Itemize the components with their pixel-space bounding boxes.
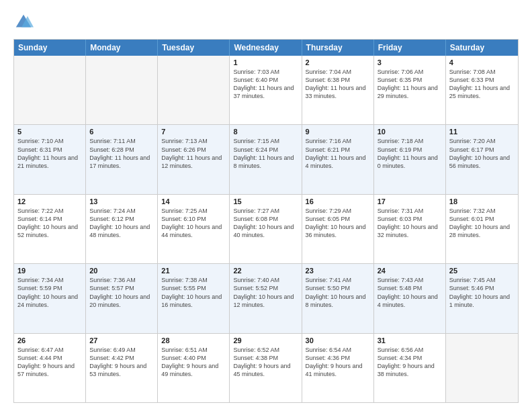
cell-day-number: 29 [233, 336, 298, 345]
cell-day-number: 2 [306, 58, 370, 66]
cell-info: Sunrise: 6:49 AM Sunset: 4:42 PM Dayligh… [89, 346, 154, 379]
header-day-wednesday: Wednesday [230, 40, 302, 56]
cell-info: Sunrise: 7:25 AM Sunset: 6:10 PM Dayligh… [161, 207, 226, 240]
cell-day-number: 23 [306, 267, 370, 275]
cell-day-number: 15 [233, 197, 298, 205]
cell-day-number: 7 [161, 128, 226, 136]
cell-info: Sunrise: 7:43 AM Sunset: 5:48 PM Dayligh… [378, 276, 442, 309]
cell-day-number: 18 [449, 197, 515, 205]
cal-cell-18: 18Sunrise: 7:32 AM Sunset: 6:01 PM Dayli… [446, 195, 518, 263]
cell-day-number: 14 [161, 197, 226, 205]
calendar-header: SundayMondayTuesdayWednesdayThursdayFrid… [14, 40, 518, 56]
calendar-row-1: 1Sunrise: 7:03 AM Sunset: 6:40 PM Daylig… [14, 56, 518, 124]
cal-cell-13: 13Sunrise: 7:24 AM Sunset: 6:12 PM Dayli… [86, 195, 158, 263]
cal-cell-4: 4Sunrise: 7:08 AM Sunset: 6:33 PM Daylig… [446, 56, 518, 124]
cell-day-number: 31 [378, 336, 442, 345]
cal-cell-5: 5Sunrise: 7:10 AM Sunset: 6:31 PM Daylig… [14, 125, 86, 193]
cell-info: Sunrise: 7:16 AM Sunset: 6:21 PM Dayligh… [306, 137, 370, 170]
cal-cell-empty-2 [158, 56, 230, 124]
cell-info: Sunrise: 7:22 AM Sunset: 6:14 PM Dayligh… [17, 207, 82, 240]
cell-info: Sunrise: 7:10 AM Sunset: 6:31 PM Dayligh… [17, 137, 82, 170]
cal-cell-14: 14Sunrise: 7:25 AM Sunset: 6:10 PM Dayli… [158, 195, 230, 263]
cal-cell-20: 20Sunrise: 7:36 AM Sunset: 5:57 PM Dayli… [86, 264, 158, 332]
cal-cell-empty-6 [446, 334, 518, 402]
cell-info: Sunrise: 6:52 AM Sunset: 4:38 PM Dayligh… [233, 346, 298, 379]
calendar: SundayMondayTuesdayWednesdayThursdayFrid… [13, 39, 519, 403]
cell-day-number: 3 [378, 58, 442, 66]
cal-cell-2: 2Sunrise: 7:04 AM Sunset: 6:38 PM Daylig… [302, 56, 374, 124]
cell-info: Sunrise: 7:27 AM Sunset: 6:08 PM Dayligh… [233, 207, 298, 240]
cell-info: Sunrise: 7:08 AM Sunset: 6:33 PM Dayligh… [449, 68, 515, 101]
cal-cell-7: 7Sunrise: 7:13 AM Sunset: 6:26 PM Daylig… [158, 125, 230, 193]
header-day-saturday: Saturday [446, 40, 518, 56]
cell-day-number: 17 [378, 197, 442, 205]
cal-cell-29: 29Sunrise: 6:52 AM Sunset: 4:38 PM Dayli… [230, 334, 302, 402]
calendar-row-4: 19Sunrise: 7:34 AM Sunset: 5:59 PM Dayli… [14, 263, 518, 332]
cell-info: Sunrise: 7:38 AM Sunset: 5:55 PM Dayligh… [161, 276, 226, 309]
cal-cell-6: 6Sunrise: 7:11 AM Sunset: 6:28 PM Daylig… [86, 125, 158, 193]
cell-info: Sunrise: 7:04 AM Sunset: 6:38 PM Dayligh… [306, 68, 370, 101]
cell-info: Sunrise: 6:47 AM Sunset: 4:44 PM Dayligh… [17, 346, 82, 379]
cell-day-number: 10 [378, 128, 442, 136]
cell-day-number: 6 [89, 128, 154, 136]
cal-cell-19: 19Sunrise: 7:34 AM Sunset: 5:59 PM Dayli… [14, 264, 86, 332]
header [13, 12, 519, 32]
cal-cell-25: 25Sunrise: 7:45 AM Sunset: 5:46 PM Dayli… [446, 264, 518, 332]
cell-day-number: 13 [89, 197, 154, 205]
cal-cell-17: 17Sunrise: 7:31 AM Sunset: 6:03 PM Dayli… [374, 195, 446, 263]
header-day-monday: Monday [86, 40, 158, 56]
header-day-friday: Friday [374, 40, 446, 56]
header-day-tuesday: Tuesday [158, 40, 230, 56]
cell-info: Sunrise: 7:32 AM Sunset: 6:01 PM Dayligh… [449, 207, 515, 240]
cal-cell-24: 24Sunrise: 7:43 AM Sunset: 5:48 PM Dayli… [374, 264, 446, 332]
cell-day-number: 12 [17, 197, 82, 205]
logo-icon [13, 12, 34, 32]
header-day-sunday: Sunday [14, 40, 86, 56]
cell-info: Sunrise: 7:31 AM Sunset: 6:03 PM Dayligh… [378, 207, 442, 240]
cell-day-number: 24 [378, 267, 442, 275]
cell-info: Sunrise: 6:56 AM Sunset: 4:34 PM Dayligh… [378, 346, 442, 379]
cal-cell-27: 27Sunrise: 6:49 AM Sunset: 4:42 PM Dayli… [86, 334, 158, 402]
cell-day-number: 4 [449, 58, 515, 66]
cell-info: Sunrise: 7:24 AM Sunset: 6:12 PM Dayligh… [89, 207, 154, 240]
cal-cell-31: 31Sunrise: 6:56 AM Sunset: 4:34 PM Dayli… [374, 334, 446, 402]
cal-cell-12: 12Sunrise: 7:22 AM Sunset: 6:14 PM Dayli… [14, 195, 86, 263]
cell-day-number: 16 [306, 197, 370, 205]
cal-cell-23: 23Sunrise: 7:41 AM Sunset: 5:50 PM Dayli… [302, 264, 374, 332]
cell-day-number: 22 [233, 267, 298, 275]
logo [13, 12, 36, 32]
cell-day-number: 1 [233, 58, 298, 66]
cal-cell-empty-0 [14, 56, 86, 124]
header-day-thursday: Thursday [302, 40, 374, 56]
cell-info: Sunrise: 7:20 AM Sunset: 6:17 PM Dayligh… [449, 137, 515, 170]
cal-cell-10: 10Sunrise: 7:18 AM Sunset: 6:19 PM Dayli… [374, 125, 446, 193]
cal-cell-16: 16Sunrise: 7:29 AM Sunset: 6:05 PM Dayli… [302, 195, 374, 263]
cal-cell-30: 30Sunrise: 6:54 AM Sunset: 4:36 PM Dayli… [302, 334, 374, 402]
calendar-row-5: 26Sunrise: 6:47 AM Sunset: 4:44 PM Dayli… [14, 333, 518, 402]
cell-day-number: 5 [17, 128, 82, 136]
cell-info: Sunrise: 7:03 AM Sunset: 6:40 PM Dayligh… [233, 68, 298, 101]
cal-cell-11: 11Sunrise: 7:20 AM Sunset: 6:17 PM Dayli… [446, 125, 518, 193]
cal-cell-9: 9Sunrise: 7:16 AM Sunset: 6:21 PM Daylig… [302, 125, 374, 193]
cell-day-number: 25 [449, 267, 515, 275]
cell-info: Sunrise: 7:41 AM Sunset: 5:50 PM Dayligh… [306, 276, 370, 309]
cal-cell-22: 22Sunrise: 7:40 AM Sunset: 5:52 PM Dayli… [230, 264, 302, 332]
cell-info: Sunrise: 7:34 AM Sunset: 5:59 PM Dayligh… [17, 276, 82, 309]
cal-cell-8: 8Sunrise: 7:15 AM Sunset: 6:24 PM Daylig… [230, 125, 302, 193]
cal-cell-21: 21Sunrise: 7:38 AM Sunset: 5:55 PM Dayli… [158, 264, 230, 332]
cell-day-number: 8 [233, 128, 298, 136]
cell-day-number: 11 [449, 128, 515, 136]
cell-day-number: 30 [306, 336, 370, 345]
cal-cell-26: 26Sunrise: 6:47 AM Sunset: 4:44 PM Dayli… [14, 334, 86, 402]
cal-cell-15: 15Sunrise: 7:27 AM Sunset: 6:08 PM Dayli… [230, 195, 302, 263]
cell-day-number: 20 [89, 267, 154, 275]
cell-info: Sunrise: 7:11 AM Sunset: 6:28 PM Dayligh… [89, 137, 154, 170]
cell-day-number: 26 [17, 336, 82, 345]
cal-cell-3: 3Sunrise: 7:06 AM Sunset: 6:35 PM Daylig… [374, 56, 446, 124]
calendar-row-2: 5Sunrise: 7:10 AM Sunset: 6:31 PM Daylig… [14, 124, 518, 193]
cell-info: Sunrise: 7:13 AM Sunset: 6:26 PM Dayligh… [161, 137, 226, 170]
cell-info: Sunrise: 7:45 AM Sunset: 5:46 PM Dayligh… [449, 276, 515, 309]
cell-day-number: 9 [306, 128, 370, 136]
cell-info: Sunrise: 6:54 AM Sunset: 4:36 PM Dayligh… [306, 346, 370, 379]
cell-info: Sunrise: 7:06 AM Sunset: 6:35 PM Dayligh… [378, 68, 442, 101]
